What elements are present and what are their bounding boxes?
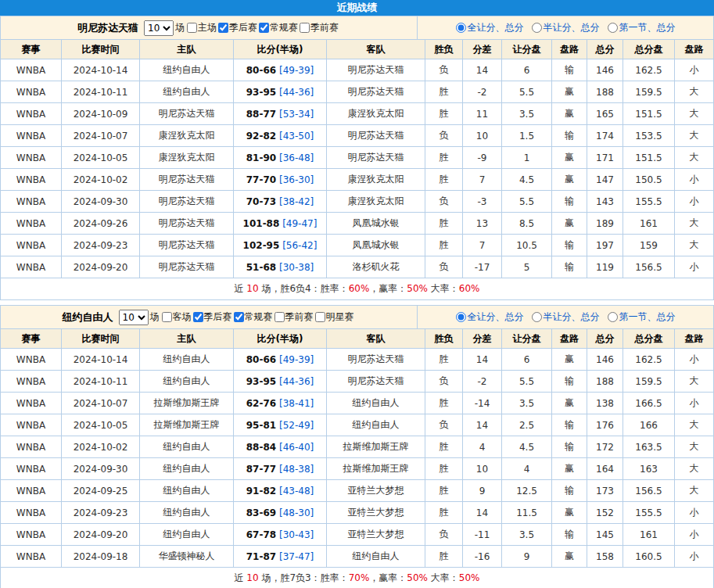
filter-checkbox-4[interactable]: 明星赛	[315, 310, 354, 324]
date-cell: 2024-10-07	[62, 125, 140, 147]
radio-input[interactable]	[608, 312, 618, 322]
filter-checkbox-0[interactable]: 客场	[162, 310, 192, 324]
games-suffix-label: 场	[175, 21, 185, 34]
total-points-cell: 138	[587, 393, 623, 414]
filter-checkbox-0[interactable]: 主场	[187, 21, 217, 34]
checkbox-input[interactable]	[274, 312, 285, 322]
checkbox-label: 季前赛	[310, 21, 339, 34]
half-time-score: [49-39]	[279, 65, 314, 76]
score-cell: 77-70 [36-30]	[234, 169, 327, 191]
total-line-cell: 159.5	[623, 81, 675, 103]
score-cell: 70-73 [38-42]	[234, 191, 327, 213]
handicap-line-cell: 2.5	[502, 414, 552, 436]
score-cell: 102-95 [56-42]	[234, 235, 327, 256]
half-time-score: [44-36]	[279, 87, 314, 98]
league-cell: WNBA	[1, 502, 62, 524]
total-points-cell: 176	[587, 414, 623, 436]
games-count-select[interactable]: 10	[119, 310, 149, 325]
filter-radio-0[interactable]: 全让分、总分	[456, 21, 524, 34]
league-cell: WNBA	[1, 103, 62, 125]
checkbox-input[interactable]	[259, 23, 269, 33]
home-team-cell: 纽约自由人	[140, 349, 234, 371]
filter-checkbox-1[interactable]: 季后赛	[193, 310, 232, 324]
final-score: 88-84	[246, 442, 276, 453]
filter-radio-1[interactable]: 半让分、总分	[532, 21, 600, 34]
handicap-result-cell: 输	[552, 480, 587, 502]
match-row: WNBA2024-10-02明尼苏达天猫77-70 [36-30]康涅狄克太阳胜…	[1, 169, 714, 191]
home-team-cell: 纽约自由人	[140, 458, 234, 480]
date-cell: 2024-10-11	[62, 371, 140, 393]
summary-text-segment: 60%	[349, 283, 370, 294]
summary-text-segment: 50%	[407, 283, 428, 294]
home-team-cell: 明尼苏达天猫	[140, 169, 234, 191]
filter-checkbox-3[interactable]: 季前赛	[300, 21, 339, 34]
radio-input[interactable]	[532, 312, 542, 322]
total-line-cell: 161	[623, 213, 675, 235]
result-cell: 胜	[425, 458, 463, 480]
checkbox-input[interactable]	[300, 23, 310, 33]
league-cell: WNBA	[1, 169, 62, 191]
total-points-cell: 143	[587, 191, 623, 213]
handicap-result-cell: 赢	[552, 393, 587, 414]
filter-checkbox-2[interactable]: 常规赛	[234, 310, 273, 324]
filter-checkboxes: 客场季后赛常规赛季前赛明星赛	[162, 310, 356, 324]
total-points-cell: 164	[587, 458, 623, 480]
column-header: 分差	[463, 329, 502, 349]
filter-radio-2[interactable]: 第一节、总分	[608, 310, 676, 324]
final-score: 92-82	[246, 131, 276, 142]
total-result-cell: 大	[675, 371, 714, 393]
filter-checkbox-3[interactable]: 季前赛	[274, 310, 314, 324]
result-cell: 负	[425, 191, 463, 213]
away-team-cell: 凤凰城水银	[327, 213, 425, 235]
radio-input[interactable]	[456, 23, 466, 33]
filter-checkbox-2[interactable]: 常规赛	[259, 21, 298, 34]
league-cell: WNBA	[1, 256, 62, 278]
total-points-cell: 174	[587, 125, 623, 147]
checkbox-input[interactable]	[187, 23, 197, 33]
handicap-result-cell: 输	[552, 414, 587, 436]
final-score: 62-76	[246, 398, 276, 409]
total-result-cell: 大	[675, 81, 714, 103]
point-diff-cell: 4	[463, 436, 502, 458]
checkbox-input[interactable]	[218, 23, 228, 33]
checkbox-label: 季前赛	[285, 310, 314, 324]
checkbox-input[interactable]	[315, 312, 325, 322]
total-line-cell: 163	[623, 458, 675, 480]
total-line-cell: 151.5	[623, 147, 675, 169]
checkbox-input[interactable]	[162, 312, 172, 322]
radio-label: 第一节、总分	[619, 310, 676, 324]
filter-radio-2[interactable]: 第一节、总分	[608, 21, 676, 34]
match-row: WNBA2024-10-11纽约自由人93-95 [44-36]明尼苏达天猫负-…	[1, 371, 714, 393]
radio-input[interactable]	[532, 23, 542, 33]
point-diff-cell: 7	[463, 169, 502, 191]
home-team-cell: 明尼苏达天猫	[140, 256, 234, 278]
handicap-result-cell: 赢	[552, 103, 587, 125]
checkbox-label: 客场	[173, 310, 192, 324]
games-count-select[interactable]: 10	[144, 20, 174, 36]
handicap-result-cell: 输	[552, 191, 587, 213]
filter-radio-1[interactable]: 半让分、总分	[532, 310, 600, 324]
results-body: WNBA2024-10-14纽约自由人80-66 [49-39]明尼苏达天猫负1…	[1, 59, 714, 278]
away-team-cell: 亚特兰大梦想	[327, 480, 425, 502]
total-line-cell: 166	[623, 414, 675, 436]
radio-label: 半让分、总分	[544, 21, 600, 34]
match-row: WNBA2024-10-14纽约自由人80-66 [49-39]明尼苏达天猫负1…	[1, 59, 714, 81]
filter-checkbox-1[interactable]: 季后赛	[218, 21, 257, 34]
league-cell: WNBA	[1, 458, 62, 480]
header-row: 赛事比赛时间主队比分(半场)客队胜负分差让分盘盘路总分总分盘盘路	[1, 329, 714, 349]
match-row: WNBA2024-09-18华盛顿神秘人71-87 [37-47]纽约自由人胜-…	[1, 546, 714, 568]
half-time-score: [48-30]	[279, 507, 314, 518]
checkbox-input[interactable]	[193, 312, 203, 322]
filter-radio-0[interactable]: 全让分、总分	[456, 310, 524, 324]
radio-input[interactable]	[608, 23, 618, 33]
league-cell: WNBA	[1, 371, 62, 393]
handicap-line-cell: 5.5	[502, 81, 552, 103]
handicap-line-cell: 5	[502, 256, 552, 278]
radio-input[interactable]	[456, 312, 466, 322]
column-header: 比分(半场)	[234, 40, 327, 59]
checkbox-input[interactable]	[234, 312, 244, 322]
column-header: 客队	[327, 329, 425, 349]
final-score: 83-69	[246, 507, 276, 518]
league-cell: WNBA	[1, 349, 62, 371]
half-time-score: [44-36]	[279, 376, 314, 387]
